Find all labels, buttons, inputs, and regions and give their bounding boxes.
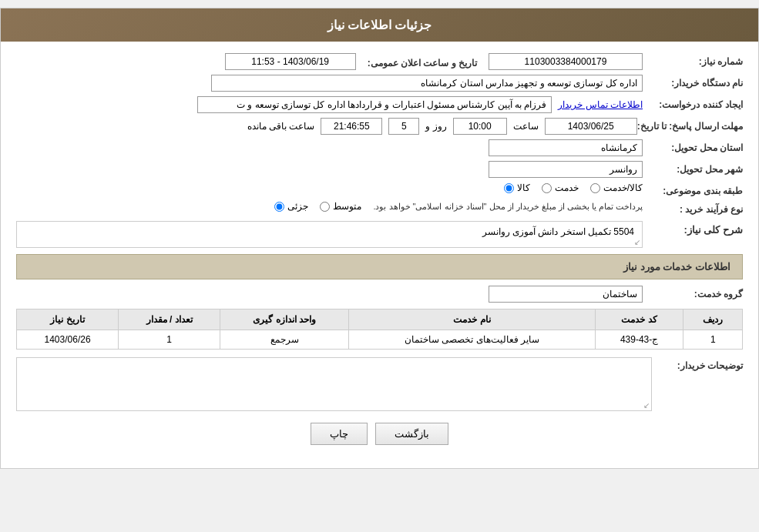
response-deadline-value: 1403/06/25 ساعت 10:00 روز و 5 21:46:55 س… [16,118,637,135]
city-label: شهر محل تحویل: [643,161,743,175]
category-radio-khadmat[interactable]: خدمت [542,182,579,193]
creator-label: ایجاد کننده درخواست: [643,96,743,110]
services-section-header: اطلاعات خدمات مورد نیاز [16,254,743,279]
description-row: شرح کلی نیاز: 5504 تکمیل استخر دانش آموز… [16,221,743,248]
province-label: استان محل تحویل: [643,139,743,153]
request-number-value: 1103003384000179 تاریخ و ساعت اعلان عموم… [16,53,643,70]
cell-row-number: 1 [683,330,743,350]
kala-khadmat-label: کالا/خدمت [603,182,643,193]
category-label: طبقه بندی موضوعی: [643,182,743,196]
button-row: بازگشت چاپ [16,411,743,457]
services-table-body: 1 ج-43-439 سایر فعالیت‌های تخصصی ساختمان… [17,330,743,350]
city-row: شهر محل تحویل: روانسر [16,161,743,178]
response-days-input[interactable]: 5 [388,118,419,135]
content-area: شماره نیاز: 1103003384000179 تاریخ و ساع… [1,42,758,468]
kala-label: کالا [517,182,530,193]
request-number-row: شماره نیاز: 1103003384000179 تاریخ و ساع… [16,53,743,70]
table-row: 1 ج-43-439 سایر فعالیت‌های تخصصی ساختمان… [17,330,743,350]
cell-service-name: سایر فعالیت‌های تخصصی ساختمان [349,330,595,350]
response-date-input[interactable]: 1403/06/25 [545,118,637,135]
process-label: نوع فرآیند خرید : [643,201,743,215]
description-value: 5504 تکمیل استخر دانش آموزی روانسر ↙ [16,221,643,248]
col-service-code: کد خدمت [595,309,683,330]
services-table-header: ردیف کد خدمت نام خدمت واحد اندازه گیری ت… [17,309,743,330]
announcement-date-label: تاریخ و ساعت اعلان عمومی: [368,55,477,69]
response-remaining-input[interactable]: 21:46:55 [321,118,382,135]
category-radio-kala-khadmat[interactable]: کالا/خدمت [590,182,643,193]
buyer-notes-section: توضیحات خریدار: ↙ [16,357,743,411]
description-label: شرح کلی نیاز: [643,221,743,236]
services-table-header-row: ردیف کد خدمت نام خدمت واحد اندازه گیری ت… [17,309,743,330]
col-service-name: نام خدمت [349,309,595,330]
back-button[interactable]: بازگشت [375,423,448,445]
service-group-label: گروه خدمت: [643,286,743,299]
buyer-notes-box: ↙ [16,357,652,411]
cell-unit: سرجمع [220,330,349,350]
category-radio-kala-khadmat-input[interactable] [590,183,600,193]
page-header: جزئیات اطلاعات نیاز [1,8,758,42]
request-number-input[interactable]: 1103003384000179 [489,53,643,70]
response-deadline-row: مهلت ارسال پاسخ: تا تاریخ: 1403/06/25 سا… [16,118,743,135]
creator-row: ایجاد کننده درخواست: اطلاعات تماس خریدار… [16,96,743,113]
service-group-input[interactable]: ساختمان [489,286,643,303]
print-button[interactable]: چاپ [311,423,368,445]
description-box: 5504 تکمیل استخر دانش آموزی روانسر ↙ [16,221,643,248]
process-radio-group: متوسط جزئی [274,201,361,212]
process-radio-partial-input[interactable] [274,202,284,212]
page-wrapper: جزئیات اطلاعات نیاز شماره نیاز: 11030033… [0,8,759,469]
resize-handle[interactable]: ↙ [633,238,640,246]
category-radio-group: کالا/خدمت خدمت کالا [504,182,643,193]
cell-service-code: ج-43-439 [595,330,683,350]
category-radio-khadmat-input[interactable] [542,183,552,193]
category-row: طبقه بندی موضوعی: کالا/خدمت خدمت کالا [16,182,743,196]
process-value: پرداخت تمام یا بخشی از مبلغ خریدار از مح… [16,201,643,212]
khadmat-label: خدمت [555,182,579,193]
col-unit: واحد اندازه گیری [220,309,349,330]
process-radio-medium-input[interactable] [320,202,330,212]
request-number-label: شماره نیاز: [643,53,743,67]
services-section-label: اطلاعات خدمات مورد نیاز [623,261,730,273]
province-row: استان محل تحویل: کرمانشاه [16,139,743,156]
medium-label: متوسط [333,201,361,212]
province-input[interactable]: کرمانشاه [489,139,643,156]
buyer-notes-label: توضیحات خریدار: [658,357,743,371]
buyer-org-input[interactable]: اداره کل توسازی توسعه و تجهیز مدارس استا… [211,75,643,92]
city-value: روانسر [16,161,643,178]
process-note: پرداخت تمام یا بخشی از مبلغ خریدار از مح… [373,202,643,212]
response-remaining-label: ساعت باقی مانده [247,121,315,132]
description-text: 5504 تکمیل استخر دانش آموزی روانسر [482,226,634,237]
response-time-input[interactable]: 10:00 [453,118,507,135]
services-table: ردیف کد خدمت نام خدمت واحد اندازه گیری ت… [16,309,743,350]
process-radio-partial[interactable]: جزئی [274,201,308,212]
col-row-number: ردیف [683,309,743,330]
service-group-row: گروه خدمت: ساختمان [16,286,743,303]
announcement-date-input[interactable]: 1403/06/19 - 11:53 [225,53,356,70]
process-radio-medium[interactable]: متوسط [320,201,361,212]
resize-handle-notes[interactable]: ↙ [642,401,650,409]
creator-value: اطلاعات تماس خریدار فرزام به آیین کارشنا… [16,96,643,113]
buyer-org-label: نام دستگاه خریدار: [643,75,743,89]
category-value: کالا/خدمت خدمت کالا [16,182,643,193]
creator-contact-link[interactable]: اطلاعات تماس خریدار [558,99,643,110]
province-value: کرمانشاه [16,139,643,156]
page-title: جزئیات اطلاعات نیاز [327,18,432,32]
partial-label: جزئی [287,201,308,212]
buyer-org-value: اداره کل توسازی توسعه و تجهیز مدارس استا… [16,75,643,92]
service-group-value: ساختمان [16,286,643,303]
process-row: نوع فرآیند خرید : پرداخت تمام یا بخشی از… [16,201,743,215]
creator-input[interactable]: فرزام به آیین کارشناس مسئول اعتبارات و ق… [197,96,552,113]
col-quantity: تعداد / مقدار [119,309,220,330]
response-deadline-label: مهلت ارسال پاسخ: تا تاریخ: [637,118,743,132]
col-date: تاریخ نیاز [17,309,119,330]
cell-quantity: 1 [119,330,220,350]
buyer-org-row: نام دستگاه خریدار: اداره کل توسازی توسعه… [16,75,743,92]
cell-date: 1403/06/26 [17,330,119,350]
response-time-label: ساعت [513,121,539,132]
response-days-label: روز و [425,121,446,132]
category-radio-kala-input[interactable] [504,183,514,193]
category-radio-kala[interactable]: کالا [504,182,530,193]
city-input[interactable]: روانسر [489,161,643,178]
